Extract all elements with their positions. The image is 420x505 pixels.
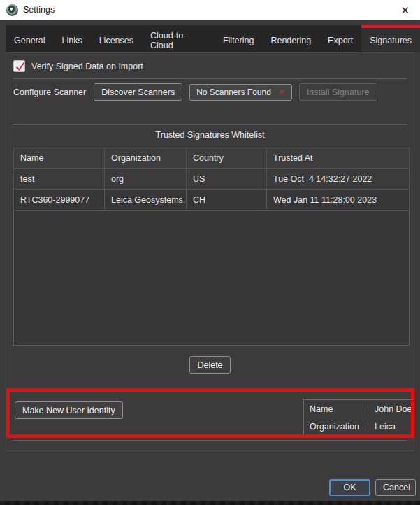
window-title: Settings [23,5,55,15]
cell-country[interactable]: CH [187,190,267,211]
col-header-country[interactable]: Country [187,148,267,169]
configure-scanner-row: Configure Scanner Discover Scanners No S… [13,83,377,101]
tab-licenses[interactable]: Licenses [91,25,142,52]
divider [13,124,407,125]
table-row[interactable]: test org US Tue Oct 4 14:32:27 2022 [14,169,410,190]
verify-signed-data-checkbox[interactable] [13,60,25,72]
user-identity-table: Name John Doe Organization Leica [303,399,414,436]
identity-name-label: Name [304,404,368,414]
cell-organization[interactable]: org [105,169,187,190]
verify-signed-data-row: Verify Signed Data on Import [13,60,143,72]
make-new-user-identity-button[interactable]: Make New User Identity [15,401,123,419]
table-header-row: Name Organization Country Trusted At [14,148,410,169]
col-header-name[interactable]: Name [14,148,105,169]
chevron-down-icon [278,90,285,94]
tab-export[interactable]: Export [319,25,361,52]
identity-row-name: Name John Doe [304,400,413,418]
bottom-edge-strip [0,501,420,505]
divider [13,440,407,441]
title-bar: Settings ✕ [0,0,420,20]
tab-links[interactable]: Links [53,25,90,52]
tab-filtering[interactable]: Filtering [215,25,262,52]
trusted-signatures-table: Name Organization Country Trusted At tes… [13,148,410,346]
col-header-trusted-at[interactable]: Trusted At [267,148,410,169]
scanner-select[interactable]: No Scanners Found [189,84,292,101]
install-signature-button[interactable]: Install Signature [299,83,377,101]
tab-cloud-to-cloud[interactable]: Cloud-to-Cloud [142,25,215,52]
cell-trusted-at[interactable]: Wed Jan 11 11:28:00 2023 [267,190,410,211]
identity-organization-value: Leica [368,422,396,432]
cell-organization[interactable]: Leica Geosystems... [105,190,187,211]
app-logo-icon [6,4,18,16]
identity-name-value: John Doe [368,404,412,414]
whitelist-title: Trusted Signatures Whitelist [6,130,414,140]
cancel-button[interactable]: Cancel [375,479,416,496]
scanner-select-value: No Scanners Found [196,87,271,97]
cell-name[interactable]: test [14,169,105,190]
verify-signed-data-label: Verify Signed Data on Import [31,62,143,71]
cell-name[interactable]: RTC360-2999077 [14,190,105,211]
table-empty-area [14,211,410,346]
discover-scanners-button[interactable]: Discover Scanners [94,83,182,101]
settings-tabbar: General Links Licenses Cloud-to-Cloud Fi… [6,25,420,52]
ok-button[interactable]: OK [329,479,370,496]
close-icon[interactable]: ✕ [396,3,414,17]
identity-organization-label: Organization [304,422,368,432]
delete-button[interactable]: Delete [189,356,230,374]
signatures-pane: Verify Signed Data on Import Configure S… [6,52,414,451]
cell-trusted-at[interactable]: Tue Oct 4 14:32:27 2022 [267,169,410,190]
tab-general[interactable]: General [6,25,53,52]
delete-button-row: Delete [6,356,414,374]
tab-signatures[interactable]: Signatures [361,25,420,52]
tab-rendering[interactable]: Rendering [262,25,319,52]
configure-scanner-label: Configure Scanner [13,87,86,97]
red-check-icon [14,60,27,73]
cell-country[interactable]: US [187,169,267,190]
divider [13,78,407,79]
col-header-organization[interactable]: Organization [105,148,187,169]
settings-dialog: Settings ✕ General Links Licenses Cloud-… [0,0,420,505]
identity-row-organization: Organization Leica [304,418,413,435]
table-row[interactable]: RTC360-2999077 Leica Geosystems... CH We… [14,190,410,211]
